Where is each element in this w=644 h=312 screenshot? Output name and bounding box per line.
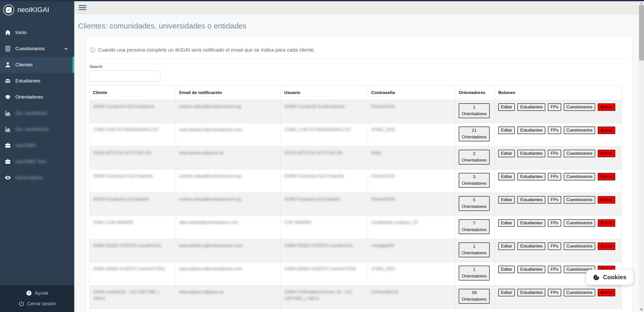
cuestionarios-button[interactable]: Cuestionarios: [564, 103, 595, 111]
fps-button[interactable]: FPs: [548, 127, 561, 134]
sidebar-item-neojobs[interactable]: neoJOBS: [0, 137, 74, 153]
column-header-contrase-a[interactable]: Contraseña: [368, 86, 455, 100]
sidebar-item-estudiantes[interactable]: Estudiantes: [0, 73, 74, 89]
table-row: 25400 Fundación Exit Cataluñaandrea.oble…: [90, 170, 622, 193]
editar-button[interactable]: Editar: [498, 173, 515, 180]
sidebar: neoIKIGAI InicioCuestionariosClientesEst…: [0, 0, 74, 312]
orientadores-count-button[interactable]: 1Orientadores: [459, 266, 490, 280]
email-cell: www.debarco@javis.es: [176, 146, 281, 170]
email-value: www.debarco@orientadores.com: [179, 266, 242, 272]
cuestionarios-button[interactable]: Cuestionarios: [564, 173, 595, 180]
estudiantes-button[interactable]: Estudiantes: [517, 289, 545, 296]
vertical-scrollbar[interactable]: [639, 0, 644, 312]
sidebar-item-neojobs-test[interactable]: neoJOBS Test: [0, 153, 74, 170]
estudiantes-button[interactable]: Estudiantes: [517, 219, 545, 227]
fps-button[interactable]: FPs: [548, 219, 561, 227]
cuestionarios-button[interactable]: Cuestionarios: [564, 196, 595, 204]
orientadores-count-button[interactable]: 7Orientadores: [459, 219, 490, 234]
email-cell: andrea.oblea@fundacionexit.org: [176, 193, 281, 216]
email-value: www.debarco@orientadores.com: [179, 127, 242, 133]
estudiantes-button[interactable]: Estudiantes: [517, 242, 545, 250]
cookies-button[interactable]: Cookies: [586, 270, 633, 285]
fps-button[interactable]: FPs: [548, 242, 561, 250]
column-header-email-de-notificaci-n[interactable]: Email de notificación: [176, 86, 281, 100]
editar-button[interactable]: Editar: [498, 127, 515, 134]
column-header-botones[interactable]: Botones: [495, 86, 622, 100]
fps-button[interactable]: FPs: [548, 103, 561, 111]
topbar: [74, 1, 644, 14]
estudiantes-button[interactable]: Estudiantes: [517, 266, 545, 273]
fps-button[interactable]: FPs: [548, 289, 561, 296]
cuestionarios-button[interactable]: Cuestionarios: [564, 219, 595, 227]
sidebar-item-est-neoikaudi[interactable]: Est. neoIKAUDI: [0, 121, 74, 137]
chart-icon: [5, 110, 11, 116]
email-value: alba.melnik@orientadores.com: [179, 219, 238, 226]
orientadores-count: 1: [460, 266, 488, 273]
borrar-button[interactable]: Borrar: [598, 173, 615, 180]
editar-button[interactable]: Editar: [498, 150, 515, 157]
cerrar-sesion-link[interactable]: Cerrar sesión: [0, 298, 74, 309]
sidebar-item-observatorio[interactable]: Observatorio: [0, 170, 74, 186]
column-header-orientadores[interactable]: Orientadores: [455, 86, 495, 100]
editar-button[interactable]: Editar: [498, 103, 515, 111]
estudiantes-button[interactable]: Estudiantes: [517, 173, 545, 180]
fps-button[interactable]: FPs: [548, 150, 561, 157]
main-area: Clientes: comunidades, universidades o e…: [74, 0, 644, 312]
orientadores-count-button[interactable]: 1Orientadores: [459, 103, 490, 118]
borrar-button[interactable]: Borrar: [598, 289, 615, 296]
orientadores-count-button[interactable]: 1Orientadores: [459, 242, 490, 257]
info-note: ⓘ Cuando una persona complete un IKIGAI …: [90, 47, 627, 53]
search-input[interactable]: [89, 71, 160, 82]
email-cell: andrea.oblea@fundacionexit.org: [176, 170, 281, 193]
orientadores-cell: 59Orientadores: [455, 286, 495, 309]
orientadores-count-button[interactable]: 21Orientadores: [459, 127, 490, 141]
fps-button[interactable]: FPs: [548, 196, 561, 204]
scroll-up-icon[interactable]: [639, 1, 644, 6]
orientadores-count: 5: [460, 197, 488, 203]
orientadores-unit-label: Orientadores: [460, 157, 488, 164]
sidebar-item-cuestionarios[interactable]: Cuestionarios: [0, 41, 74, 57]
orientadores-count-button[interactable]: 5Orientadores: [459, 196, 490, 211]
cliente-value: 25400 Fundación Exit Cataluña: [93, 173, 153, 179]
orientadores-count: 1: [460, 104, 488, 111]
orientadores-count-button[interactable]: 59Orientadores: [459, 289, 490, 304]
email-cell: andrea.oblea@fundacionexit.org: [176, 100, 281, 123]
borrar-button[interactable]: Borrar: [598, 127, 615, 134]
column-header-cliente[interactable]: Cliente: [90, 86, 176, 100]
editar-button[interactable]: Editar: [498, 242, 515, 250]
borrar-button[interactable]: Borrar: [598, 150, 615, 157]
editar-button[interactable]: Editar: [498, 266, 515, 273]
editar-button[interactable]: Editar: [498, 289, 515, 296]
scroll-down-icon[interactable]: [639, 307, 644, 312]
editar-button[interactable]: Editar: [498, 196, 515, 204]
estudiantes-button[interactable]: Estudiantes: [517, 196, 545, 204]
orientadores-count-button[interactable]: 3Orientadores: [459, 173, 490, 188]
fps-button[interactable]: FPs: [548, 173, 561, 180]
cuestionarios-button[interactable]: Cuestionarios: [564, 289, 595, 296]
ayuda-link[interactable]: ?Ayuda: [0, 288, 74, 298]
estudiantes-button[interactable]: Estudiantes: [517, 127, 545, 134]
contrasena-cell: 27500_2022: [368, 123, 455, 146]
estudiantes-button[interactable]: Estudiantes: [517, 103, 545, 111]
borrar-button[interactable]: Borrar: [598, 219, 615, 227]
estudiantes-button[interactable]: Estudiantes: [517, 150, 545, 157]
table-row: 23404 neoIKIGAI/UR - Youth Challenge 203…: [90, 309, 622, 312]
scrollbar-thumb[interactable]: [639, 5, 644, 60]
cuestionarios-button[interactable]: Cuestionarios: [564, 150, 595, 157]
borrar-button[interactable]: Borrar: [598, 242, 615, 250]
sidebar-item-orientadores[interactable]: Orientadores: [0, 89, 74, 105]
editar-button[interactable]: Editar: [498, 219, 515, 227]
cliente-value: 27000-COE EXTREMADURA LTD: [93, 127, 158, 133]
borrar-button[interactable]: Borrar: [598, 103, 615, 111]
column-header-usuario[interactable]: Usuario: [281, 86, 368, 100]
cuestionarios-button[interactable]: Cuestionarios: [564, 127, 595, 134]
sidebar-item-clientes[interactable]: Clientes: [0, 57, 74, 73]
fps-button[interactable]: FPs: [548, 266, 561, 273]
orientadores-count-button[interactable]: 2Orientadores: [459, 150, 490, 165]
menu-toggle-icon[interactable]: [77, 4, 88, 12]
sidebar-item-inicio[interactable]: Inicio: [0, 24, 74, 41]
sidebar-item-est-neoikigai[interactable]: Est. neoIKIGAI: [0, 105, 74, 121]
cuestionarios-button[interactable]: Cuestionarios: [564, 242, 595, 250]
sidebar-item-label: Est. neoIKAUDI: [15, 127, 49, 132]
borrar-button[interactable]: Borrar: [598, 196, 615, 204]
